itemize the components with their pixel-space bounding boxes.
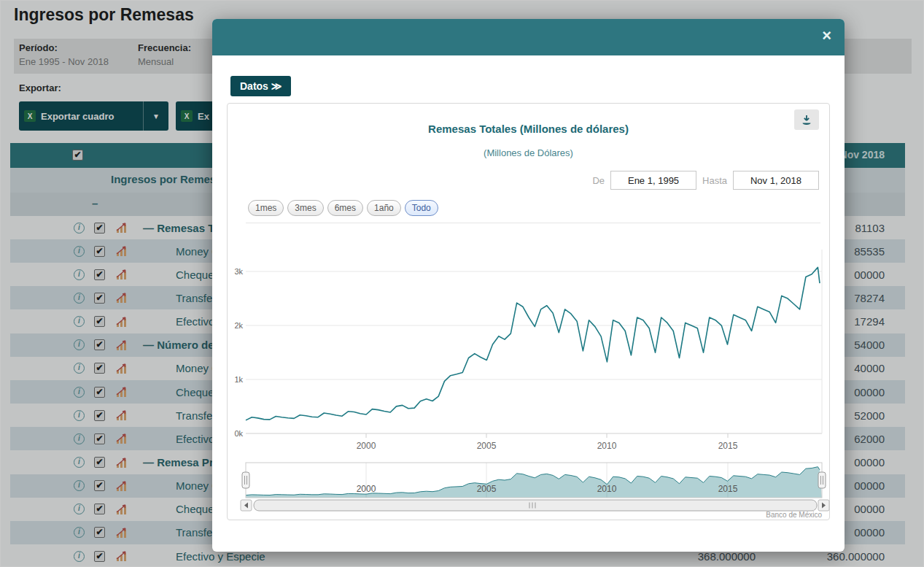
x-tick-2000: 2000 [357,441,376,451]
x-tick-2010: 2010 [597,441,617,451]
nav-label-2005: 2005 [477,484,497,494]
modal-header: × [212,19,845,55]
remittances-line-chart: 0k 1k 2k 3k 2000 2005 2010 2015 [228,104,831,521]
datos-button[interactable]: Datos ≫ [230,76,291,96]
nav-label-2015: 2015 [718,484,738,494]
navigator[interactable]: 2000 2005 2010 2015 [242,463,826,498]
series-line [246,267,820,420]
y-tick-1k: 1k [234,375,243,384]
chart-modal: × Datos ≫ Remesas Totales (Millones de d… [212,19,845,552]
chart-panel: Remesas Totales (Millones de dólares) (M… [227,103,830,520]
chart-credit: Banco de México [766,511,822,519]
close-icon[interactable]: × [822,26,831,46]
x-tick-2005: 2005 [477,441,497,451]
chart-scrollbar[interactable] [241,500,829,511]
navigator-right-handle[interactable] [818,472,826,488]
app-window: Ingresos por Remesas Período: Ene 1995 -… [0,0,924,567]
x-tick-2015: 2015 [718,441,738,451]
nav-label-2000: 2000 [357,484,376,494]
nav-label-2010: 2010 [597,484,617,494]
y-tick-3k: 3k [234,267,243,276]
navigator-left-handle[interactable] [242,472,249,488]
y-tick-2k: 2k [234,321,243,330]
y-tick-0k: 0k [234,429,243,438]
